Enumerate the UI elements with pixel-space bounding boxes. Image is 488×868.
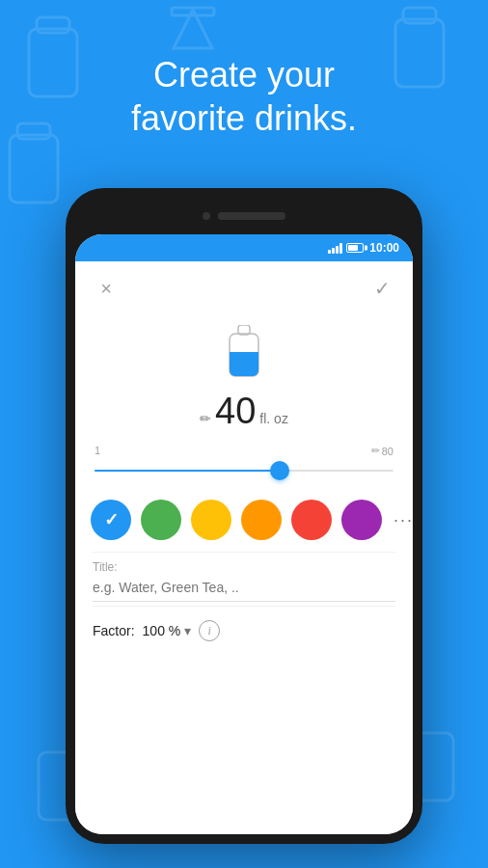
- slider-min-label: 1: [95, 445, 100, 457]
- slider-thumb[interactable]: [270, 461, 289, 480]
- pencil-icon-small: ✏: [371, 445, 380, 457]
- dropdown-arrow-icon: ▾: [184, 623, 191, 638]
- factor-label: Factor:: [93, 623, 135, 638]
- app-toolbar: × ✓: [75, 261, 413, 315]
- hero-title: Create your favorite drinks.: [0, 53, 488, 140]
- drink-icon-container: [75, 315, 413, 386]
- title-field-group: Title:: [75, 553, 413, 606]
- battery-icon: [346, 243, 364, 253]
- confirm-button[interactable]: ✓: [368, 275, 395, 302]
- phone-top-bar: [75, 198, 413, 234]
- color-purple[interactable]: [341, 500, 382, 540]
- factor-dropdown[interactable]: 100 % ▾: [143, 623, 192, 638]
- status-time: 10:00: [369, 241, 399, 255]
- factor-value: 100 %: [143, 623, 181, 638]
- phone-screen: 10:00 × ✓: [75, 234, 413, 834]
- status-bar: 10:00: [75, 234, 413, 261]
- phone-speaker: [218, 212, 285, 220]
- pencil-icon: ✏: [200, 411, 211, 426]
- color-picker: ···: [75, 488, 413, 552]
- phone-camera: [203, 212, 210, 220]
- close-button[interactable]: ×: [93, 275, 120, 302]
- color-green[interactable]: [141, 500, 181, 540]
- slider-track: [95, 470, 393, 472]
- volume-unit: fl. oz: [259, 411, 288, 426]
- volume-slider[interactable]: [95, 461, 393, 480]
- hero-line1: Create your: [153, 55, 335, 95]
- hero-line2: favorite drinks.: [131, 98, 357, 138]
- slider-fill: [95, 470, 280, 472]
- svg-rect-12: [230, 352, 258, 376]
- color-blue[interactable]: [91, 500, 131, 540]
- slider-max-label: ✏ 80: [371, 445, 393, 457]
- slider-container: 1 ✏ 80: [75, 437, 413, 488]
- color-red[interactable]: [291, 500, 332, 540]
- app-content: × ✓ ✏ 40: [75, 261, 413, 834]
- signal-icon: [328, 242, 342, 254]
- volume-number: 40: [215, 391, 256, 432]
- bottle-icon: [225, 325, 263, 381]
- hero-section: Create your favorite drinks.: [0, 0, 488, 159]
- color-orange[interactable]: [241, 500, 282, 540]
- title-input[interactable]: [93, 576, 395, 602]
- factor-row: Factor: 100 % ▾ i: [75, 607, 413, 655]
- status-icons: 10:00: [328, 241, 399, 255]
- more-colors-button[interactable]: ···: [393, 510, 413, 530]
- volume-display: ✏ 40 fl. oz: [75, 386, 413, 437]
- phone-frame: 10:00 × ✓: [66, 188, 422, 844]
- title-label: Title:: [93, 560, 395, 574]
- slider-labels: 1 ✏ 80: [95, 445, 393, 457]
- color-yellow[interactable]: [191, 500, 231, 540]
- info-icon[interactable]: i: [199, 620, 220, 641]
